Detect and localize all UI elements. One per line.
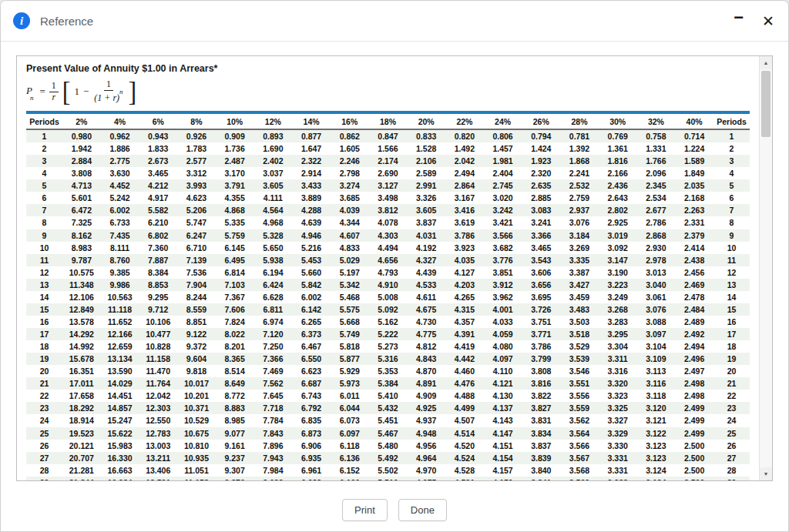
value-cell: 1.783 — [177, 142, 216, 155]
minimize-button[interactable]: − — [734, 9, 744, 26]
done-button[interactable]: Done — [398, 499, 447, 521]
value-cell: 4.812 — [407, 340, 445, 353]
value-cell: 2.320 — [522, 167, 560, 179]
value-cell: 6.142 — [292, 303, 331, 316]
value-cell: 7.784 — [254, 414, 293, 427]
value-cell: 13.211 — [139, 452, 177, 464]
value-cell: 2.868 — [637, 229, 676, 242]
value-cell: 3.326 — [407, 192, 445, 204]
period-cell: 12 — [713, 266, 750, 279]
value-cell: 5.747 — [177, 216, 216, 229]
formula-minus: − — [83, 85, 89, 98]
value-cell: 7.250 — [254, 340, 293, 353]
value-cell: 3.840 — [522, 464, 560, 477]
value-cell: 2.673 — [139, 155, 177, 167]
print-button[interactable]: Print — [342, 499, 388, 521]
scrollbar-thumb[interactable] — [761, 71, 771, 137]
value-cell: 2.500 — [675, 440, 713, 452]
value-cell: 2.500 — [675, 452, 713, 464]
value-cell: 20.121 — [62, 440, 101, 452]
column-header: 26% — [522, 112, 560, 129]
table-row: 43.8083.6303.4653.3123.1703.0372.9142.79… — [26, 167, 750, 179]
value-cell: 3.421 — [484, 216, 522, 229]
value-cell: 9.712 — [139, 303, 177, 316]
value-cell: 20.707 — [62, 452, 101, 464]
value-cell: 4.315 — [445, 303, 484, 316]
period-cell: 28 — [713, 464, 750, 477]
scroll-up-button[interactable]: ▲ — [760, 56, 772, 69]
value-cell: 4.265 — [445, 291, 484, 303]
period-cell: 14 — [713, 291, 750, 303]
value-cell: 7.562 — [254, 377, 293, 390]
value-cell: 2.643 — [599, 192, 637, 204]
value-cell: 9.604 — [177, 353, 216, 365]
period-cell: 23 — [26, 402, 62, 414]
value-cell: 6.373 — [292, 328, 331, 340]
value-cell: 4.713 — [62, 179, 101, 192]
value-cell: 6.044 — [331, 402, 369, 414]
value-cell: 7.904 — [177, 279, 216, 291]
value-cell: 7.718 — [254, 402, 293, 414]
period-cell: 29 — [713, 477, 750, 480]
value-cell: 1.528 — [407, 142, 445, 155]
close-button[interactable]: ✕ — [762, 14, 774, 28]
value-cell: 3.685 — [331, 192, 369, 204]
column-header: 16% — [331, 112, 369, 129]
table-row: 1512.84911.1189.7128.5597.6066.8116.1425… — [26, 303, 750, 316]
vertical-scrollbar[interactable]: ▲ ▼ — [759, 56, 772, 480]
period-cell: 27 — [713, 452, 750, 464]
value-cell: 2.534 — [637, 192, 676, 204]
value-cell: 3.311 — [599, 353, 637, 365]
value-cell: 1.647 — [292, 142, 331, 155]
value-cell: 10.563 — [101, 291, 139, 303]
value-cell: 4.607 — [331, 229, 369, 242]
value-cell: 4.192 — [407, 242, 445, 254]
value-cell: 5.510 — [369, 477, 408, 480]
value-cell: 2.241 — [560, 167, 599, 179]
value-cell: 4.059 — [484, 328, 522, 340]
value-cell: 5.092 — [369, 303, 408, 316]
period-cell: 29 — [26, 477, 62, 480]
value-cell: 3.791 — [216, 179, 254, 192]
period-cell: 15 — [713, 303, 750, 316]
table-row: 1613.57811.65210.1068.8517.8246.9746.265… — [26, 316, 750, 328]
value-cell: 4.452 — [101, 179, 139, 192]
value-cell: 5.650 — [254, 242, 293, 254]
period-cell: 25 — [26, 427, 62, 440]
value-cell: 3.459 — [560, 291, 599, 303]
value-cell: 3.019 — [599, 229, 637, 242]
value-cell: 3.104 — [637, 340, 676, 353]
column-header: 8% — [177, 112, 216, 129]
value-cell: 9.237 — [216, 452, 254, 464]
value-cell: 7.139 — [177, 254, 216, 266]
table-body: 10.9800.9620.9430.9260.9090.8930.8770.86… — [26, 129, 750, 480]
value-cell: 3.040 — [637, 279, 676, 291]
value-cell: 7.606 — [216, 303, 254, 316]
fraction-numerator: 1 — [104, 79, 113, 91]
value-cell: 3.837 — [407, 216, 445, 229]
value-cell: 11.158 — [139, 353, 177, 365]
period-cell: 23 — [713, 402, 750, 414]
value-cell: 3.816 — [522, 377, 560, 390]
value-cell: 5.749 — [331, 328, 369, 340]
value-cell: 5.582 — [139, 204, 177, 216]
value-cell: 2.690 — [369, 167, 408, 179]
value-cell: 4.611 — [407, 291, 445, 303]
value-cell: 3.427 — [560, 279, 599, 291]
value-cell: 4.623 — [177, 192, 216, 204]
value-cell: 2.802 — [599, 204, 637, 216]
reference-panel: Present Value of Annuity $1.00 in Arrear… — [16, 55, 773, 481]
value-cell: 4.212 — [139, 179, 177, 192]
value-cell: 2.498 — [675, 390, 713, 402]
value-cell: 12.166 — [101, 328, 139, 340]
value-cell: 3.776 — [484, 254, 522, 266]
value-cell: 4.524 — [445, 452, 484, 464]
table-row: 2117.01114.02911.76410.0178.6497.5626.68… — [26, 377, 750, 390]
scroll-down-button[interactable]: ▼ — [760, 467, 772, 480]
value-cell: 3.329 — [599, 427, 637, 440]
value-cell: 3.751 — [522, 316, 560, 328]
value-cell: 3.726 — [522, 303, 560, 316]
value-cell: 9.385 — [101, 266, 139, 279]
value-cell: 4.143 — [484, 414, 522, 427]
value-cell: 3.274 — [331, 179, 369, 192]
